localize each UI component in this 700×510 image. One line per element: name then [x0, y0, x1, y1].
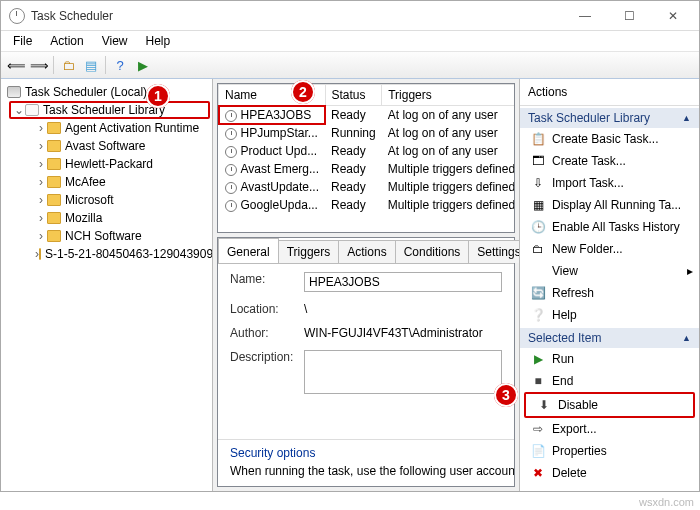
- disable-highlight: ⬇Disable: [524, 392, 695, 418]
- action-label: Create Basic Task...: [552, 132, 659, 146]
- action-label: Delete: [552, 466, 587, 480]
- action-run[interactable]: ▶Run: [520, 348, 699, 370]
- minimize-button[interactable]: —: [563, 2, 607, 30]
- list-icon[interactable]: ▤: [80, 54, 102, 76]
- table-row[interactable]: Product Upd...ReadyAt log on of any user: [219, 142, 516, 160]
- chevron-right-icon[interactable]: ›: [35, 229, 47, 243]
- table-row[interactable]: HPEA3JOBSReadyAt log on of any user: [219, 106, 516, 125]
- action-properties[interactable]: 📄Properties: [520, 440, 699, 462]
- window-title: Task Scheduler: [31, 9, 563, 23]
- chevron-right-icon[interactable]: ›: [35, 121, 47, 135]
- action-icon: ▶: [530, 351, 546, 367]
- action-disable[interactable]: ⬇Disable: [526, 394, 693, 416]
- menu-file[interactable]: File: [5, 32, 40, 50]
- app-icon: [9, 8, 25, 24]
- label-description: Description:: [230, 350, 304, 397]
- folder-icon: [47, 212, 61, 224]
- action-item[interactable]: 🕒Enable All Tasks History: [520, 216, 699, 238]
- folder-icon: [47, 176, 61, 188]
- collapse-icon[interactable]: ▲: [682, 333, 691, 343]
- table-row[interactable]: Avast Emerg...ReadyMultiple triggers def…: [219, 160, 516, 178]
- action-icon: 🗀: [530, 241, 546, 257]
- menu-view[interactable]: View: [94, 32, 136, 50]
- action-end[interactable]: ■End: [520, 370, 699, 392]
- tab-conditions[interactable]: Conditions: [395, 240, 470, 263]
- action-item[interactable]: 🗔Create Task...: [520, 150, 699, 172]
- col-status[interactable]: Status: [325, 85, 382, 106]
- tab-actions[interactable]: Actions: [338, 240, 395, 263]
- browse-icon[interactable]: 🗀: [57, 54, 79, 76]
- label-location: Location:: [230, 302, 304, 316]
- center-pane: Name Status Triggers HPEA3JOBSReadyAt lo…: [213, 79, 519, 491]
- tree-folder[interactable]: ›Mozilla: [31, 209, 210, 227]
- action-item[interactable]: 🔄Refresh: [520, 282, 699, 304]
- action-export[interactable]: ⇨Export...: [520, 418, 699, 440]
- chevron-right-icon: ▸: [687, 264, 693, 278]
- chevron-right-icon[interactable]: ›: [35, 157, 47, 171]
- action-item[interactable]: 📋Create Basic Task...: [520, 128, 699, 150]
- action-icon: ⇨: [530, 421, 546, 437]
- run-icon[interactable]: ▶: [132, 54, 154, 76]
- action-label: Disable: [558, 398, 598, 412]
- description-field[interactable]: [304, 350, 502, 394]
- close-button[interactable]: ✕: [651, 2, 695, 30]
- action-icon: ⬇: [536, 397, 552, 413]
- back-icon[interactable]: ⟸: [5, 54, 27, 76]
- tree-root[interactable]: Task Scheduler (Local): [3, 83, 210, 101]
- tab-triggers[interactable]: Triggers: [278, 240, 340, 263]
- folder-icon: [47, 194, 61, 206]
- task-icon: [225, 200, 237, 212]
- tree-folder-label: Mozilla: [65, 211, 102, 225]
- menu-help[interactable]: Help: [138, 32, 179, 50]
- task-icon: [225, 146, 237, 158]
- menu-action[interactable]: Action: [42, 32, 91, 50]
- tree-folder[interactable]: ›S-1-5-21-80450463-1290439094: [31, 245, 210, 263]
- table-row[interactable]: HPJumpStar...RunningAt log on of any use…: [219, 124, 516, 142]
- tree-folder[interactable]: ›Microsoft: [31, 191, 210, 209]
- chevron-right-icon[interactable]: ›: [35, 211, 47, 225]
- name-field[interactable]: [304, 272, 502, 292]
- task-detail: General Triggers Actions Conditions Sett…: [217, 237, 515, 487]
- action-icon: ■: [530, 373, 546, 389]
- action-item[interactable]: View▸: [520, 260, 699, 282]
- action-item[interactable]: 🗀New Folder...: [520, 238, 699, 260]
- tree-folder[interactable]: ›Hewlett-Packard: [31, 155, 210, 173]
- action-item[interactable]: ❔Help: [520, 304, 699, 326]
- forward-icon[interactable]: ⟹: [28, 54, 50, 76]
- tree-folder-label: NCH Software: [65, 229, 142, 243]
- toolbar: ⟸ ⟹ 🗀 ▤ ? ▶: [1, 51, 699, 79]
- folder-icon: [47, 122, 61, 134]
- action-label: View: [552, 264, 578, 278]
- collapse-icon[interactable]: ▲: [682, 113, 691, 123]
- action-label: End: [552, 374, 573, 388]
- action-label: Properties: [552, 444, 607, 458]
- tree-folder-label: Avast Software: [65, 139, 145, 153]
- action-icon: 📄: [530, 443, 546, 459]
- action-icon: 🔄: [530, 285, 546, 301]
- tree-folder[interactable]: ›NCH Software: [31, 227, 210, 245]
- task-list[interactable]: Name Status Triggers HPEA3JOBSReadyAt lo…: [217, 83, 515, 233]
- table-row[interactable]: GoogleUpda...ReadyMultiple triggers defi…: [219, 196, 516, 214]
- chevron-right-icon[interactable]: ›: [35, 175, 47, 189]
- tree-folder[interactable]: ›McAfee: [31, 173, 210, 191]
- tree-folder[interactable]: ›Agent Activation Runtime: [31, 119, 210, 137]
- help-icon[interactable]: ?: [109, 54, 131, 76]
- col-triggers[interactable]: Triggers: [382, 85, 515, 106]
- table-row[interactable]: AvastUpdate...ReadyMultiple triggers def…: [219, 178, 516, 196]
- tab-settings[interactable]: Settings: [468, 240, 519, 263]
- tree-folder[interactable]: ›Avast Software: [31, 137, 210, 155]
- tree-library[interactable]: ⌄ Task Scheduler Library: [9, 101, 210, 119]
- section-selected[interactable]: Selected Item ▲: [520, 328, 699, 348]
- action-item[interactable]: ▦Display All Running Ta...: [520, 194, 699, 216]
- action-item[interactable]: ⇩Import Task...: [520, 172, 699, 194]
- maximize-button[interactable]: ☐: [607, 2, 651, 30]
- action-delete[interactable]: ✖Delete: [520, 462, 699, 484]
- tab-general[interactable]: General: [218, 238, 279, 263]
- action-icon: ▦: [530, 197, 546, 213]
- actions-pane: Actions Task Scheduler Library ▲ 📋Create…: [519, 79, 699, 491]
- action-label: Import Task...: [552, 176, 624, 190]
- section-library[interactable]: Task Scheduler Library ▲: [520, 108, 699, 128]
- chevron-right-icon[interactable]: ›: [35, 193, 47, 207]
- chevron-right-icon[interactable]: ›: [35, 139, 47, 153]
- chevron-down-icon[interactable]: ⌄: [13, 103, 25, 117]
